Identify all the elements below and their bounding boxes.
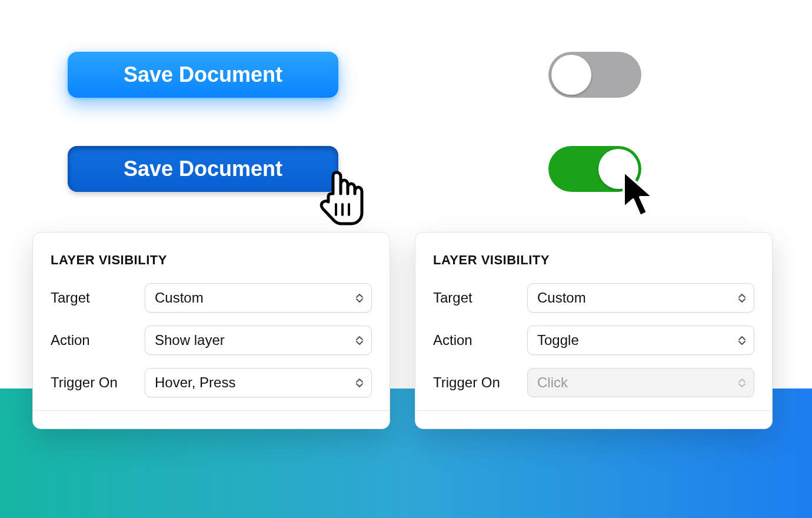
label-trigger-on: Trigger On [433, 374, 527, 391]
select-value: Show layer [155, 332, 225, 348]
chevron-updown-icon [356, 336, 363, 346]
row-target: Target Custom [51, 283, 372, 313]
toggle-knob [551, 55, 591, 95]
panel-title: LAYER VISIBILITY [433, 253, 754, 268]
select-value: Toggle [537, 332, 579, 348]
chevron-updown-icon [738, 336, 746, 346]
row-action: Action Show layer [51, 326, 372, 355]
action-select[interactable]: Show layer [145, 326, 372, 355]
button-label: Save Document [124, 157, 282, 181]
panel-divider [415, 410, 772, 411]
toggle-switch-on[interactable] [548, 146, 641, 192]
toggle-knob [598, 149, 638, 189]
select-value: Hover, Press [155, 374, 235, 391]
chevron-updown-icon [356, 293, 363, 303]
trigger-on-select-disabled: Click [527, 368, 754, 397]
select-value: Custom [155, 290, 204, 306]
label-action: Action [51, 332, 145, 348]
target-select[interactable]: Custom [145, 283, 372, 313]
panel-divider [33, 410, 390, 411]
layer-visibility-panel-right: LAYER VISIBILITY Target Custom Action To… [415, 232, 773, 429]
label-target: Target [433, 290, 527, 306]
chevron-updown-icon [356, 378, 363, 388]
row-trigger-on: Trigger On Hover, Press [51, 368, 372, 397]
target-select[interactable]: Custom [527, 283, 754, 313]
label-target: Target [51, 290, 145, 306]
layer-visibility-panel-left: LAYER VISIBILITY Target Custom Action Sh… [32, 232, 390, 429]
row-action: Action Toggle [433, 326, 754, 355]
label-action: Action [433, 332, 527, 348]
label-trigger-on: Trigger On [51, 374, 145, 391]
select-value: Custom [537, 290, 586, 306]
chevron-updown-icon [738, 293, 746, 303]
row-target: Target Custom [433, 283, 754, 313]
toggle-switch-off[interactable] [548, 52, 641, 98]
save-document-button-pressed[interactable]: Save Document [68, 146, 338, 192]
panel-title: LAYER VISIBILITY [51, 253, 372, 268]
chevron-updown-icon [738, 378, 746, 388]
select-value: Click [537, 374, 568, 391]
action-select[interactable]: Toggle [527, 326, 754, 355]
save-document-button[interactable]: Save Document [68, 52, 338, 98]
trigger-on-select[interactable]: Hover, Press [145, 368, 372, 397]
row-trigger-on: Trigger On Click [433, 368, 754, 397]
button-label: Save Document [124, 62, 282, 87]
